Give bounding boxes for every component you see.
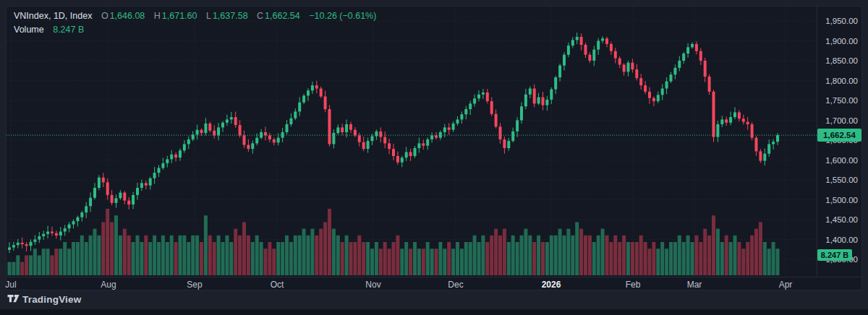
- volume-bar: [323, 222, 327, 275]
- candle-body: [324, 97, 327, 110]
- volume-bar: [332, 229, 336, 275]
- candle-body: [51, 232, 54, 233]
- volume-bar: [720, 242, 724, 275]
- close-value: 1,662.54: [265, 11, 300, 21]
- symbol-title[interactable]: VNIndex, 1D, Index: [14, 11, 92, 21]
- candle-body: [72, 221, 75, 224]
- volume-bar: [733, 236, 737, 275]
- candle-body: [354, 130, 357, 136]
- candle-body: [289, 118, 292, 124]
- volume-bar: [451, 249, 455, 275]
- time-axis-label: Mar: [687, 280, 702, 290]
- candle-body: [520, 106, 523, 120]
- candle-body: [605, 38, 608, 44]
- candle-body: [405, 152, 408, 158]
- volume-bar: [678, 236, 681, 275]
- price-axis-label: 1,800.00: [825, 76, 858, 86]
- candle-body: [64, 228, 67, 231]
- candle-body: [106, 182, 109, 195]
- volume-bar: [660, 242, 664, 275]
- tradingview-logo-text[interactable]: TradingView: [22, 294, 81, 305]
- volume-bar: [550, 236, 553, 275]
- volume-bar: [413, 242, 417, 275]
- candle-body: [200, 130, 203, 133]
- time-axis[interactable]: JulAugSepOctNovDec2026FebMarApr: [7, 277, 863, 291]
- candle-body: [286, 124, 289, 132]
- volume-bar: [682, 242, 686, 275]
- candle-body: [336, 127, 339, 133]
- volume-label[interactable]: Volume: [14, 25, 44, 35]
- price-axis[interactable]: 1,950.001,900.001,850.001,800.001,750.00…: [817, 7, 863, 277]
- price-axis-label: 1,450.00: [825, 215, 858, 225]
- volume-bar: [85, 242, 88, 275]
- volume-bar: [754, 229, 758, 275]
- candle-body: [311, 85, 314, 90]
- volume-bar: [725, 236, 728, 275]
- candle-body: [623, 65, 626, 72]
- candle-body: [388, 143, 391, 149]
- candle-body: [30, 242, 33, 246]
- volume-bar: [639, 236, 643, 275]
- candle-body: [226, 119, 229, 122]
- volume-bar: [217, 236, 221, 275]
- volume-bar: [422, 249, 425, 275]
- volume-bar: [481, 236, 485, 275]
- volume-bar: [524, 229, 527, 275]
- volume-bar: [136, 236, 140, 275]
- volume-bar: [16, 255, 20, 275]
- volume-bar: [520, 236, 524, 275]
- candle-body: [320, 89, 323, 97]
- candle-body: [477, 95, 480, 99]
- price-axis-label: 1,550.00: [825, 175, 858, 185]
- volume-bar: [12, 262, 15, 275]
- volume-bar: [153, 236, 156, 275]
- symbol-legend: VNIndex, 1D, Index O1,646.08 H1,671.60 L…: [14, 9, 376, 37]
- volume-bar: [605, 236, 609, 275]
- volume-bar: [673, 242, 677, 275]
- bottom-strip: [0, 309, 868, 315]
- candle-body: [618, 59, 621, 65]
- volume-bar: [545, 242, 549, 275]
- volume-bar: [370, 249, 374, 275]
- candle-body: [132, 195, 135, 204]
- candle-body: [115, 198, 118, 203]
- candle-body: [486, 92, 489, 101]
- candle-body: [260, 132, 263, 138]
- volume-bar: [161, 236, 165, 275]
- candle-body: [221, 123, 224, 128]
- candle-body: [678, 61, 681, 68]
- candle-body: [670, 74, 673, 81]
- volume-bar: [362, 242, 365, 275]
- candle-body: [627, 63, 630, 72]
- candle-body: [243, 135, 246, 144]
- chart-canvas[interactable]: [7, 7, 863, 291]
- volume-bar: [392, 242, 396, 275]
- time-axis-label: Apr: [779, 280, 793, 290]
- candle-body: [170, 155, 173, 160]
- volume-bar: [29, 255, 33, 275]
- volume-bar: [746, 242, 749, 275]
- price-axis-label: 1,900.00: [825, 36, 858, 46]
- candle-body: [89, 198, 92, 207]
- volume-bar: [272, 249, 276, 275]
- volume-bar: [195, 236, 199, 275]
- tradingview-logo-icon[interactable]: [7, 294, 20, 305]
- volume-bar: [144, 236, 148, 275]
- volume-bar: [626, 242, 630, 275]
- volume-bar: [473, 236, 477, 275]
- volume-bar: [319, 229, 323, 275]
- candle-body: [98, 178, 101, 188]
- volume-bar: [396, 236, 399, 275]
- candle-body: [742, 118, 745, 121]
- candle-body: [550, 90, 553, 100]
- volume-bar: [123, 229, 127, 275]
- volume-bar: [435, 249, 438, 275]
- volume-bar: [315, 236, 318, 275]
- volume-bar: [635, 242, 639, 275]
- volume-bar: [507, 242, 511, 275]
- price-axis-label: 1,700.00: [825, 116, 858, 126]
- candle-body: [59, 232, 62, 236]
- volume-bar: [737, 242, 741, 275]
- low-label: L: [206, 11, 211, 21]
- low-value: 1,637.58: [213, 11, 248, 21]
